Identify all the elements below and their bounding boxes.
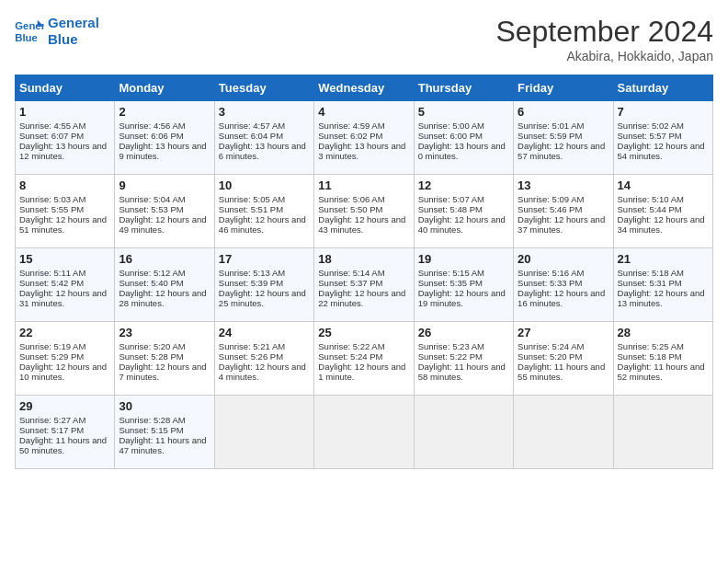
sunset: Sunset: 5:18 PM bbox=[618, 351, 682, 362]
logo-line2: Blue bbox=[48, 31, 99, 48]
week-row-3: 15Sunrise: 5:11 AMSunset: 5:42 PMDayligh… bbox=[16, 248, 713, 322]
day-number: 11 bbox=[318, 178, 409, 192]
calendar-cell: 16Sunrise: 5:12 AMSunset: 5:40 PMDayligh… bbox=[115, 248, 214, 322]
sunset: Sunset: 5:20 PM bbox=[518, 351, 582, 362]
calendar-cell: 19Sunrise: 5:15 AMSunset: 5:35 PMDayligh… bbox=[414, 248, 513, 322]
daylight: Daylight: 12 hours and 46 minutes. bbox=[219, 214, 306, 235]
day-number: 2 bbox=[119, 105, 210, 119]
daylight: Daylight: 12 hours and 13 minutes. bbox=[618, 288, 705, 308]
sunset: Sunset: 5:48 PM bbox=[418, 204, 483, 214]
calendar-cell: 13Sunrise: 5:09 AMSunset: 5:46 PMDayligh… bbox=[514, 175, 613, 248]
day-number: 27 bbox=[518, 326, 609, 339]
calendar-cell: 11Sunrise: 5:06 AMSunset: 5:50 PMDayligh… bbox=[314, 175, 414, 248]
daylight: Daylight: 13 hours and 12 minutes. bbox=[19, 141, 107, 161]
daylight: Daylight: 12 hours and 40 minutes. bbox=[418, 214, 506, 235]
day-number: 13 bbox=[518, 178, 609, 192]
header-row: SundayMondayTuesdayWednesdayThursdayFrid… bbox=[16, 75, 713, 101]
day-number: 24 bbox=[219, 326, 310, 339]
daylight: Daylight: 12 hours and 16 minutes. bbox=[518, 288, 605, 308]
daylight: Daylight: 12 hours and 49 minutes. bbox=[119, 214, 206, 235]
sunrise: Sunrise: 5:02 AM bbox=[618, 121, 684, 131]
day-number: 15 bbox=[19, 252, 110, 266]
calendar-cell: 30Sunrise: 5:28 AMSunset: 5:15 PMDayligh… bbox=[115, 396, 214, 469]
daylight: Daylight: 12 hours and 7 minutes. bbox=[119, 362, 206, 382]
header-cell-monday: Monday bbox=[115, 75, 214, 101]
calendar-cell: 23Sunrise: 5:20 AMSunset: 5:28 PMDayligh… bbox=[115, 322, 214, 396]
calendar-cell: 15Sunrise: 5:11 AMSunset: 5:42 PMDayligh… bbox=[16, 248, 115, 322]
calendar-cell: 2Sunrise: 4:56 AMSunset: 6:06 PMDaylight… bbox=[115, 101, 214, 175]
daylight: Daylight: 11 hours and 47 minutes. bbox=[119, 435, 206, 455]
day-number: 22 bbox=[19, 326, 110, 339]
day-number: 7 bbox=[618, 105, 709, 119]
calendar-cell: 21Sunrise: 5:18 AMSunset: 5:31 PMDayligh… bbox=[613, 248, 712, 322]
sunrise: Sunrise: 5:05 AM bbox=[219, 194, 285, 204]
sunrise: Sunrise: 5:22 AM bbox=[318, 341, 384, 351]
sunrise: Sunrise: 5:19 AM bbox=[19, 341, 85, 351]
sunrise: Sunrise: 5:14 AM bbox=[318, 268, 384, 278]
daylight: Daylight: 12 hours and 4 minutes. bbox=[219, 362, 306, 382]
daylight: Daylight: 11 hours and 55 minutes. bbox=[518, 362, 605, 382]
logo-icon: General Blue bbox=[15, 18, 44, 44]
calendar-cell: 12Sunrise: 5:07 AMSunset: 5:48 PMDayligh… bbox=[414, 175, 513, 248]
sunrise: Sunrise: 4:55 AM bbox=[19, 121, 85, 131]
sunset: Sunset: 5:17 PM bbox=[19, 425, 84, 435]
sunset: Sunset: 5:39 PM bbox=[219, 278, 283, 288]
header-cell-sunday: Sunday bbox=[16, 75, 115, 101]
logo-line1: General bbox=[48, 15, 99, 31]
day-number: 20 bbox=[518, 252, 609, 266]
daylight: Daylight: 12 hours and 1 minute. bbox=[318, 362, 405, 382]
sunrise: Sunrise: 5:23 AM bbox=[418, 341, 484, 351]
calendar-cell bbox=[613, 396, 712, 469]
sunrise: Sunrise: 5:12 AM bbox=[119, 268, 185, 278]
sunset: Sunset: 6:06 PM bbox=[119, 131, 183, 141]
svg-text:Blue: Blue bbox=[15, 32, 38, 43]
sunset: Sunset: 5:51 PM bbox=[219, 204, 283, 214]
calendar-cell: 14Sunrise: 5:10 AMSunset: 5:44 PMDayligh… bbox=[613, 175, 712, 248]
sunrise: Sunrise: 5:28 AM bbox=[119, 415, 185, 425]
sunset: Sunset: 5:33 PM bbox=[518, 278, 582, 288]
calendar-cell: 6Sunrise: 5:01 AMSunset: 5:59 PMDaylight… bbox=[514, 101, 613, 175]
calendar-table: SundayMondayTuesdayWednesdayThursdayFrid… bbox=[15, 75, 713, 469]
day-number: 29 bbox=[19, 399, 110, 413]
sunset: Sunset: 5:15 PM bbox=[119, 425, 183, 435]
day-number: 19 bbox=[418, 252, 509, 266]
daylight: Daylight: 13 hours and 6 minutes. bbox=[219, 141, 306, 161]
calendar-cell: 20Sunrise: 5:16 AMSunset: 5:33 PMDayligh… bbox=[514, 248, 613, 322]
daylight: Daylight: 13 hours and 3 minutes. bbox=[318, 141, 405, 161]
daylight: Daylight: 12 hours and 31 minutes. bbox=[19, 288, 107, 308]
day-number: 10 bbox=[219, 178, 310, 192]
day-number: 12 bbox=[418, 178, 509, 192]
sunset: Sunset: 6:04 PM bbox=[219, 131, 283, 141]
day-number: 8 bbox=[19, 178, 110, 192]
week-row-1: 1Sunrise: 4:55 AMSunset: 6:07 PMDaylight… bbox=[16, 101, 713, 175]
calendar-cell: 24Sunrise: 5:21 AMSunset: 5:26 PMDayligh… bbox=[214, 322, 313, 396]
day-number: 4 bbox=[318, 105, 409, 119]
daylight: Daylight: 12 hours and 34 minutes. bbox=[618, 214, 705, 235]
sunrise: Sunrise: 4:59 AM bbox=[318, 121, 384, 131]
calendar-cell: 17Sunrise: 5:13 AMSunset: 5:39 PMDayligh… bbox=[214, 248, 313, 322]
sunset: Sunset: 5:29 PM bbox=[19, 351, 84, 362]
logo: General Blue General Blue bbox=[15, 15, 99, 48]
calendar-cell bbox=[514, 396, 613, 469]
sunrise: Sunrise: 5:06 AM bbox=[318, 194, 384, 204]
day-number: 30 bbox=[119, 399, 210, 413]
calendar-cell: 8Sunrise: 5:03 AMSunset: 5:55 PMDaylight… bbox=[16, 175, 115, 248]
calendar-cell: 22Sunrise: 5:19 AMSunset: 5:29 PMDayligh… bbox=[16, 322, 115, 396]
day-number: 23 bbox=[119, 326, 210, 339]
daylight: Daylight: 11 hours and 58 minutes. bbox=[418, 362, 506, 382]
sunrise: Sunrise: 5:25 AM bbox=[618, 341, 684, 351]
daylight: Daylight: 12 hours and 54 minutes. bbox=[618, 141, 705, 161]
day-number: 18 bbox=[318, 252, 409, 266]
header-cell-saturday: Saturday bbox=[613, 75, 712, 101]
calendar-cell: 7Sunrise: 5:02 AMSunset: 5:57 PMDaylight… bbox=[613, 101, 712, 175]
daylight: Daylight: 12 hours and 25 minutes. bbox=[219, 288, 306, 308]
sunrise: Sunrise: 5:13 AM bbox=[219, 268, 285, 278]
week-row-4: 22Sunrise: 5:19 AMSunset: 5:29 PMDayligh… bbox=[16, 322, 713, 396]
calendar-cell: 27Sunrise: 5:24 AMSunset: 5:20 PMDayligh… bbox=[514, 322, 613, 396]
calendar-cell: 28Sunrise: 5:25 AMSunset: 5:18 PMDayligh… bbox=[613, 322, 712, 396]
daylight: Daylight: 12 hours and 57 minutes. bbox=[518, 141, 605, 161]
page-header: General Blue General Blue September 2024… bbox=[15, 15, 713, 63]
sunset: Sunset: 5:50 PM bbox=[318, 204, 382, 214]
sunset: Sunset: 5:46 PM bbox=[518, 204, 582, 214]
daylight: Daylight: 12 hours and 22 minutes. bbox=[318, 288, 405, 308]
